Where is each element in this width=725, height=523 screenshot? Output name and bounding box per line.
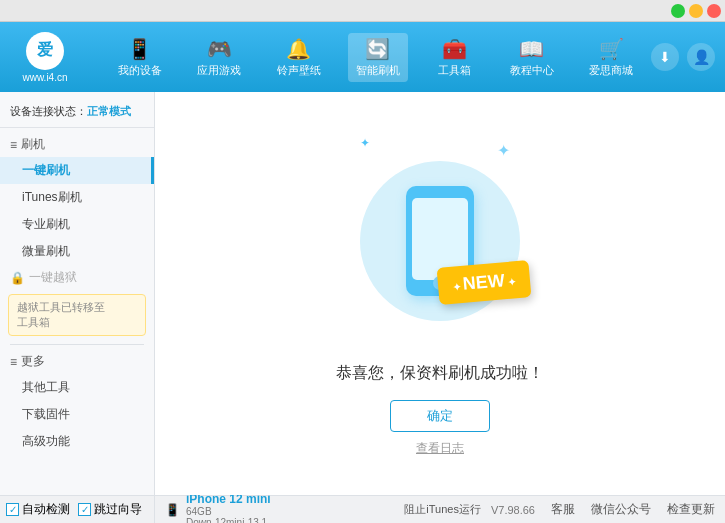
flash-section-title: ≡ 刷机 [0,132,154,157]
check-update-link[interactable]: 检查更新 [667,501,715,518]
sidebar-item-itunes-flash[interactable]: iTunes刷机 [0,184,154,211]
content-area: NEW ✦ ✦ 恭喜您，保资料刷机成功啦！ 确定 查看日志 [155,92,725,495]
stop-itunes-label: 阻止iTunes运行 [404,502,481,517]
auto-detect-check-icon: ✓ [6,503,19,516]
skip-wizard-label: 跳过向导 [94,501,142,518]
nav-smart-flash[interactable]: 🔄 智能刷机 [348,33,408,82]
sidebar-item-download-firmware[interactable]: 下载固件 [0,401,154,428]
phone-circle: NEW [360,161,520,321]
footer: ✓ 自动检测 ✓ 跳过向导 📱 iPhone 12 mini 64GB Down… [0,495,725,523]
user-btn[interactable]: 👤 [687,43,715,71]
nav-my-device[interactable]: 📱 我的设备 [110,33,170,82]
nav-toolbox[interactable]: 🧰 工具箱 [427,33,482,82]
sidebar-item-data-flash[interactable]: 微量刷机 [0,238,154,265]
sidebar-item-pro-flash[interactable]: 专业刷机 [0,211,154,238]
ringtone-icon: 🔔 [286,37,311,61]
jailbreak-section-title: 🔒 一键越狱 [0,265,154,290]
device-info: iPhone 12 mini 64GB Down-12mini-13,1 [186,492,271,524]
lock-icon: 🔒 [10,271,25,285]
minimize-btn[interactable] [671,4,685,18]
skip-wizard-check-icon: ✓ [78,503,91,516]
smart-flash-icon: 🔄 [365,37,390,61]
phone-icon: 📱 [165,503,180,517]
flash-section-icon: ≡ [10,138,17,152]
apps-games-label: 应用游戏 [197,63,241,78]
my-device-label: 我的设备 [118,63,162,78]
sparkle-2: ✦ [360,136,370,150]
maximize-btn[interactable] [689,4,703,18]
my-device-icon: 📱 [127,37,152,61]
sidebar-item-one-click-flash[interactable]: 一键刷机 [0,157,154,184]
main-content: 设备连接状态：正常模式 ≡ 刷机 一键刷机 iTunes刷机 专业刷机 微量刷机… [0,92,725,495]
toolbox-label: 工具箱 [438,63,471,78]
shop-icon: 🛒 [599,37,624,61]
auto-detect-checkbox[interactable]: ✓ 自动检测 [6,501,70,518]
success-title: 恭喜您，保资料刷机成功啦！ [336,363,544,384]
nav-bar: 📱 我的设备 🎮 应用游戏 🔔 铃声壁纸 🔄 智能刷机 🧰 工具箱 📖 教程中心… [100,33,651,82]
sidebar-divider [10,344,144,345]
status-value: 正常模式 [87,105,131,117]
sparkle-1: ✦ [497,141,510,160]
shop-label: 爱思商城 [589,63,633,78]
header-right: ⬇ 👤 [651,43,715,71]
logo-url: www.i4.cn [22,72,67,83]
tutorial-icon: 📖 [519,37,544,61]
view-log-link[interactable]: 查看日志 [416,440,464,457]
stop-itunes[interactable]: 阻止iTunes运行 [394,496,491,523]
more-section-title: ≡ 更多 [0,349,154,374]
sidebar: 设备连接状态：正常模式 ≡ 刷机 一键刷机 iTunes刷机 专业刷机 微量刷机… [0,92,155,495]
auto-detect-label: 自动检测 [22,501,70,518]
logo[interactable]: 爱 www.i4.cn [10,32,80,83]
skip-wizard-checkbox[interactable]: ✓ 跳过向导 [78,501,142,518]
nav-ringtone[interactable]: 🔔 铃声壁纸 [269,33,329,82]
nav-tutorial[interactable]: 📖 教程中心 [502,33,562,82]
confirm-button[interactable]: 确定 [390,400,490,432]
title-bar [0,0,725,22]
customer-service-link[interactable]: 客服 [551,501,575,518]
nav-apps-games[interactable]: 🎮 应用游戏 [189,33,249,82]
download-btn[interactable]: ⬇ [651,43,679,71]
header: 爱 www.i4.cn 📱 我的设备 🎮 应用游戏 🔔 铃声壁纸 🔄 智能刷机 … [0,22,725,92]
new-badge: NEW [437,260,531,305]
apps-games-icon: 🎮 [207,37,232,61]
footer-device-section: 📱 iPhone 12 mini 64GB Down-12mini-13,1 [155,496,394,523]
jailbreak-warning: 越狱工具已转移至工具箱 [8,294,146,336]
sidebar-item-other-tools[interactable]: 其他工具 [0,374,154,401]
close-btn[interactable] [707,4,721,18]
wechat-link[interactable]: 微信公众号 [591,501,651,518]
nav-shop[interactable]: 🛒 爱思商城 [581,33,641,82]
smart-flash-label: 智能刷机 [356,63,400,78]
footer-left: ✓ 自动检测 ✓ 跳过向导 [0,496,155,523]
logo-icon: 爱 [26,32,64,70]
more-icon: ≡ [10,355,17,369]
device-status: 设备连接状态：正常模式 [0,100,154,128]
success-illustration: NEW ✦ ✦ [340,131,540,351]
sidebar-item-advanced[interactable]: 高级功能 [0,428,154,455]
version-label: V7.98.66 [491,504,535,516]
ringtone-label: 铃声壁纸 [277,63,321,78]
footer-right: V7.98.66 客服 微信公众号 检查更新 [491,496,725,523]
device-info-detail: Down-12mini-13,1 [186,517,271,524]
toolbox-icon: 🧰 [442,37,467,61]
device-storage: 64GB [186,506,271,517]
tutorial-label: 教程中心 [510,63,554,78]
